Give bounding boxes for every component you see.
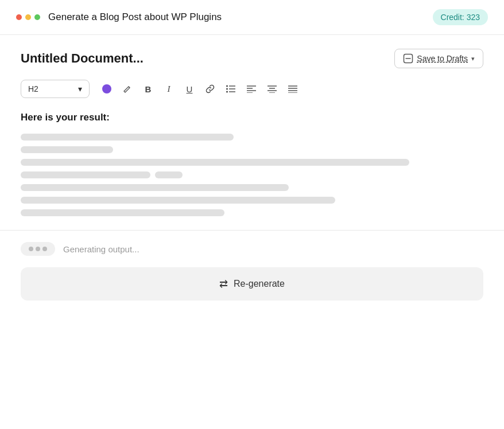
skeleton-line: [21, 184, 289, 191]
align-center-icon: [267, 85, 277, 93]
typing-dot-2: [36, 247, 40, 251]
italic-icon: I: [168, 84, 170, 94]
skeleton-line: [21, 209, 224, 216]
skeleton-line: [21, 134, 234, 141]
content-area: Here is your result:: [21, 112, 483, 230]
generating-row: Generating output...: [21, 242, 483, 256]
formatting-toolbar: H2 ▾ B I U: [21, 80, 483, 98]
regenerate-label: Re-generate: [234, 279, 285, 289]
skeleton-line: [21, 159, 409, 166]
skeleton-row: [21, 171, 483, 178]
document-topbar: Untitled Document... Save to Drafts ▾: [21, 49, 483, 68]
heading-select-chevron: ▾: [78, 84, 82, 93]
dot-red: [16, 14, 22, 20]
color-dot: [102, 84, 111, 93]
italic-button[interactable]: I: [160, 80, 178, 98]
underline-icon: U: [187, 84, 193, 94]
align-right-icon: [288, 85, 297, 93]
link-button[interactable]: [201, 80, 219, 98]
credit-badge: Credit: 323: [433, 9, 488, 25]
save-drafts-chevron: ▾: [471, 55, 475, 63]
skeleton-line: [21, 171, 150, 178]
save-drafts-icon: [403, 53, 413, 64]
align-left-icon: [247, 85, 256, 93]
skeleton-line: [21, 146, 113, 153]
highlight-button[interactable]: [118, 80, 137, 98]
align-center-button[interactable]: [263, 80, 281, 98]
dot-yellow: [25, 14, 31, 20]
link-icon: [206, 84, 215, 93]
page-title: Generate a Blog Post about WP Plugins: [48, 11, 222, 23]
align-left-button[interactable]: [242, 80, 261, 98]
svg-point-4: [226, 91, 228, 93]
underline-button[interactable]: U: [180, 80, 199, 98]
svg-point-3: [226, 88, 228, 90]
regenerate-button[interactable]: ⇄ Re-generate: [21, 267, 483, 301]
color-picker-button[interactable]: [98, 80, 116, 98]
generating-status: Generating output...: [63, 244, 139, 254]
skeleton-line: [155, 171, 183, 178]
bottom-section: Generating output... ⇄ Re-generate: [0, 231, 504, 317]
pen-icon: [123, 84, 132, 93]
save-drafts-button[interactable]: Save to Drafts ▾: [394, 49, 483, 68]
app-header: Generate a Blog Post about WP Plugins Cr…: [0, 0, 504, 35]
header-left: Generate a Blog Post about WP Plugins: [16, 11, 222, 23]
heading-select-value: H2: [28, 84, 38, 93]
skeleton-line: [21, 197, 335, 204]
bullet-list-button[interactable]: [222, 80, 240, 98]
align-right-button[interactable]: [284, 80, 302, 98]
regenerate-icon: ⇄: [219, 278, 228, 290]
typing-dots: [21, 242, 55, 256]
document-title: Untitled Document...: [21, 51, 144, 66]
result-label: Here is your result:: [21, 112, 483, 123]
window-dots: [16, 14, 40, 20]
dot-green: [34, 14, 40, 20]
typing-dot-1: [29, 247, 33, 251]
typing-dot-3: [42, 247, 47, 251]
save-drafts-label: Save to Drafts: [417, 54, 468, 63]
document-area: Untitled Document... Save to Drafts ▾ H2…: [0, 35, 504, 231]
svg-point-2: [226, 85, 228, 87]
heading-select[interactable]: H2 ▾: [21, 80, 90, 98]
bold-icon: B: [145, 84, 152, 94]
skeleton-lines: [21, 134, 483, 216]
bold-button[interactable]: B: [139, 80, 157, 98]
list-icon: [226, 85, 235, 93]
